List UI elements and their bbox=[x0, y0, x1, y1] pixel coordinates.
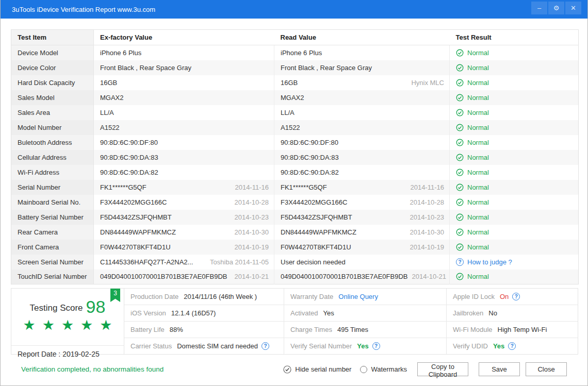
detail-cell: JailbrokenNo bbox=[447, 305, 578, 321]
ex-factory-value-cell: 16GB bbox=[94, 75, 274, 90]
star-icon: ★ bbox=[42, 318, 55, 332]
result-normal-label: Normal bbox=[467, 273, 489, 280]
col-header-ex-factory: Ex-factory Value bbox=[94, 30, 274, 45]
table-row: Sales ModelMGAX2MGAX2Normal bbox=[11, 90, 579, 105]
result-normal-label: Normal bbox=[467, 64, 489, 72]
read-value-cell: 049D040010070001B701B3E7AE0FB9DB2014-10-… bbox=[274, 270, 450, 284]
testing-score-value: 98 bbox=[86, 297, 106, 316]
detail-value: High Temp Wi-Fi bbox=[498, 326, 547, 333]
detail-cell: iOS Version12.1.4 (16D57) bbox=[124, 305, 284, 321]
test-item-label: Screen Serial Number bbox=[11, 255, 94, 270]
detail-value: Yes bbox=[323, 309, 334, 317]
app-window: 3uTools iDevice Verification Report www.… bbox=[0, 0, 588, 386]
result-normal-label: Normal bbox=[467, 154, 489, 161]
detail-cell: Apple ID LockOn? bbox=[447, 289, 578, 305]
result-normal-label: Normal bbox=[467, 79, 489, 87]
test-result-cell: Normal bbox=[450, 60, 579, 75]
detail-cell: ActivatedYes bbox=[284, 305, 446, 321]
star-icon: ★ bbox=[23, 318, 35, 332]
table-row: Screen Serial NumberC11445336HAFQ27T-A2N… bbox=[11, 255, 579, 270]
detail-label: Verify UDID bbox=[453, 342, 488, 350]
test-item-label: Serial Number bbox=[11, 180, 94, 195]
detail-cell: Warranty DateOnline Query bbox=[284, 289, 446, 305]
test-item-label: Sales Model bbox=[11, 90, 94, 105]
result-normal-label: Normal bbox=[467, 243, 489, 251]
window-controls: – ⚙ ✕ bbox=[530, 2, 581, 14]
detail-label: Warranty Date bbox=[290, 293, 333, 300]
detail-cell: Carrier StatusDomestic SIM card needed? bbox=[124, 338, 284, 354]
ex-factory-value-cell: Front Black , Rear Space Gray bbox=[94, 60, 274, 75]
test-result-cell: Normal bbox=[450, 90, 579, 105]
ex-factory-value-cell: DN844449WAPFMKMCZ2014-10-30 bbox=[94, 225, 274, 240]
copy-to-clipboard-button[interactable]: Copy to Clipboard bbox=[417, 362, 468, 376]
table-row: Device ModeliPhone 6 PlusiPhone 6 PlusNo… bbox=[11, 45, 579, 60]
check-circle-icon bbox=[456, 243, 464, 251]
check-circle-icon bbox=[456, 49, 464, 57]
check-circle-icon bbox=[456, 198, 464, 206]
test-result-cell: Normal bbox=[450, 270, 579, 284]
question-circle-icon[interactable]: ? bbox=[512, 293, 520, 300]
ex-factory-value-cell: C11445336HAFQ27T-A2NA2...Toshiba 2014-11… bbox=[94, 255, 274, 270]
testing-score-label: Testing Score bbox=[30, 303, 83, 313]
read-value-cell: iPhone 6 Plus bbox=[274, 45, 450, 60]
check-circle-icon bbox=[456, 139, 464, 146]
close-window-button[interactable]: ✕ bbox=[565, 2, 581, 14]
result-normal-label: Normal bbox=[467, 109, 489, 116]
test-result-cell: Normal bbox=[450, 135, 579, 150]
detail-cell: Wi-Fi ModuleHigh Temp Wi-Fi bbox=[447, 322, 578, 338]
hide-serial-checkbox[interactable]: Hide serial number bbox=[283, 365, 351, 374]
detail-value: Yes bbox=[357, 342, 368, 350]
question-circle-icon[interactable]: ? bbox=[262, 342, 269, 350]
detail-cell: Verify UDIDYes? bbox=[447, 338, 578, 354]
test-result-cell: Normal bbox=[450, 75, 579, 90]
read-value-cell: F3X444202MGG166C2014-10-28 bbox=[274, 195, 450, 210]
star-icon: ★ bbox=[61, 318, 74, 332]
check-circle-icon bbox=[456, 169, 464, 176]
how-to-judge-link[interactable]: How to judge ? bbox=[467, 258, 512, 266]
test-item-label: Cellular Address bbox=[11, 150, 94, 165]
detail-label: Apple ID Lock bbox=[453, 293, 495, 300]
test-item-label: TouchID Serial Number bbox=[11, 270, 94, 284]
minimize-button[interactable]: – bbox=[531, 2, 547, 14]
read-value-cell: A1522 bbox=[274, 120, 450, 135]
test-result-cell: ?How to judge ? bbox=[450, 255, 579, 270]
test-result-cell: Normal bbox=[450, 225, 579, 240]
question-circle-icon[interactable]: ? bbox=[508, 342, 516, 350]
table-row: Serial NumberFK1******G5QF2014-11-16FK1*… bbox=[11, 180, 579, 195]
detail-value: 495 Times bbox=[337, 326, 368, 333]
ex-factory-value-cell: F0W44270T8KFT4D1U2014-10-19 bbox=[94, 240, 274, 255]
checked-circle-icon bbox=[283, 365, 291, 374]
test-item-label: Hard Disk Capacity bbox=[11, 75, 94, 90]
table-row: Cellular Address90:8D:6C:90:DA:8390:8D:6… bbox=[11, 150, 579, 165]
table-row: Sales AreaLL/ALL/ANormal bbox=[11, 105, 579, 120]
col-header-test-item: Test Item bbox=[11, 30, 94, 45]
question-circle-icon[interactable]: ? bbox=[372, 342, 380, 350]
table-row: Mainboard Serial No.F3X444202MGG166C2014… bbox=[11, 195, 579, 210]
detail-value[interactable]: Online Query bbox=[338, 293, 378, 300]
result-normal-label: Normal bbox=[467, 124, 489, 131]
watermarks-radio[interactable]: Watermarks bbox=[360, 365, 407, 373]
read-value-cell: F0W44270T8KFT4D1U2014-10-19 bbox=[274, 240, 450, 255]
table-row: Buletooth Address90:8D:6C:90:DF:8090:8D:… bbox=[11, 135, 579, 150]
verification-table: Test Item Ex-factory Value Read Value Te… bbox=[11, 29, 579, 284]
window-title: 3uTools iDevice Verification Report www.… bbox=[12, 6, 530, 13]
ex-factory-value-cell: iPhone 6 Plus bbox=[94, 45, 274, 60]
ex-factory-value-cell: 049D040010070001B701B3E7AE0FB9DB2014-10-… bbox=[94, 270, 274, 284]
result-normal-label: Normal bbox=[467, 49, 489, 57]
ex-factory-value-cell: LL/A bbox=[94, 105, 274, 120]
test-result-cell: Normal bbox=[450, 45, 579, 60]
check-circle-icon bbox=[456, 64, 464, 72]
test-item-label: Front Camera bbox=[11, 240, 94, 255]
detail-value: Domestic SIM card needed bbox=[177, 342, 258, 350]
question-circle-icon[interactable]: ? bbox=[456, 258, 464, 266]
col-header-test-result: Test Result bbox=[450, 30, 579, 45]
read-value-cell: FK1******G5QF2014-11-16 bbox=[274, 180, 450, 195]
close-button[interactable]: Close bbox=[526, 362, 567, 376]
save-button[interactable]: Save bbox=[479, 362, 520, 376]
test-item-label: Mainboard Serial No. bbox=[11, 195, 94, 210]
read-value-cell: User decision needed bbox=[274, 255, 450, 270]
ex-factory-value-cell: FK1******G5QF2014-11-16 bbox=[94, 180, 274, 195]
detail-label: Jailbroken bbox=[453, 309, 483, 317]
table-row: Model NumberA1522A1522Normal bbox=[11, 120, 579, 135]
settings-button[interactable]: ⚙ bbox=[548, 2, 564, 14]
